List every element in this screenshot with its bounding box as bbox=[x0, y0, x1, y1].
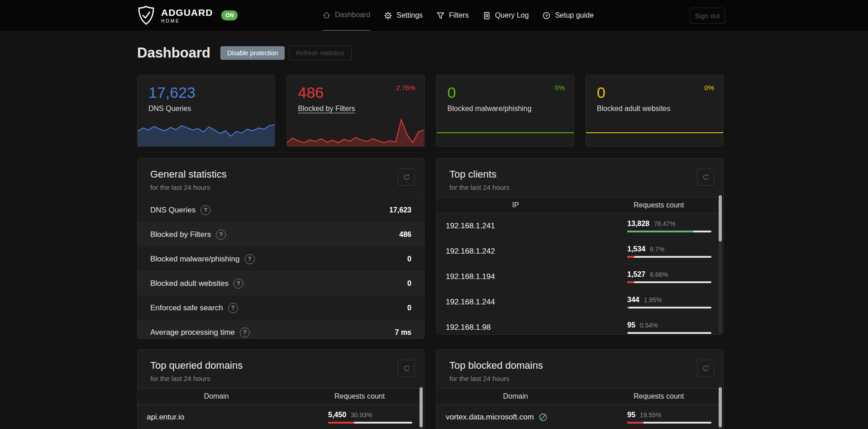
filter-funnel-icon bbox=[436, 11, 445, 20]
stat-label: DNS Queries bbox=[148, 105, 264, 113]
table-row: 192.168.1.242 1,534 8.7% bbox=[437, 239, 723, 264]
card-subtitle: for the last 24 hours bbox=[449, 183, 711, 191]
home-icon bbox=[322, 11, 331, 19]
brand-subtitle: HOME bbox=[161, 19, 213, 24]
refresh-icon bbox=[402, 173, 411, 182]
main-nav: Dashboard Settings Filters Qu bbox=[322, 0, 594, 31]
client-ip[interactable]: 192.168.1.241 bbox=[446, 222, 495, 231]
card-subtitle: for the last 24 hours bbox=[150, 183, 411, 191]
refresh-card-button[interactable] bbox=[697, 360, 714, 377]
refresh-card-button[interactable] bbox=[697, 169, 714, 186]
nav-item-setup-guide[interactable]: ? Setup guide bbox=[542, 0, 593, 31]
client-ip[interactable]: 192.168.1.194 bbox=[446, 272, 495, 281]
client-ip[interactable]: 192.168.1.98 bbox=[446, 323, 491, 332]
domain-name[interactable]: vortex.data.microsoft.com bbox=[446, 413, 534, 422]
progress-bar bbox=[627, 307, 711, 308]
stats-row: DNS Queries ? 17,623 bbox=[138, 198, 424, 222]
stats-row-value: 0 bbox=[407, 304, 411, 312]
stat-label-link[interactable]: Blocked by Filters bbox=[298, 105, 413, 113]
stats-row: Enforced safe search ? 0 bbox=[138, 295, 424, 320]
table-row: 192.168.1.98 95 0.54% bbox=[437, 315, 723, 335]
column-header-requests: Requests count bbox=[594, 201, 723, 209]
stat-percent: 2.76% bbox=[396, 84, 415, 92]
nav-item-dashboard[interactable]: Dashboard bbox=[322, 0, 370, 31]
stats-row-label: Enforced safe search bbox=[150, 304, 223, 313]
top-blocked-domains-card: Top blocked domains for the last 24 hour… bbox=[436, 349, 724, 429]
card-subtitle: for the last 24 hours bbox=[150, 375, 411, 382]
scrollbar-thumb[interactable] bbox=[719, 387, 722, 427]
table-row: api.entur.io 5,450 30.93% bbox=[138, 405, 424, 429]
help-icon[interactable]: ? bbox=[245, 254, 255, 264]
refresh-card-button[interactable] bbox=[398, 360, 415, 377]
refresh-icon bbox=[701, 173, 710, 182]
stat-card-dns-queries: 17,623 DNS Queries bbox=[137, 75, 275, 147]
column-header-domain: Domain bbox=[138, 392, 295, 400]
page-title: Dashboard bbox=[137, 45, 210, 61]
stat-value: 0 bbox=[597, 84, 712, 101]
stats-row-label: Average processing time bbox=[150, 328, 235, 337]
progress-bar bbox=[627, 256, 711, 258]
help-icon[interactable]: ? bbox=[200, 205, 210, 215]
sparkline-chart bbox=[138, 116, 275, 146]
scrollbar-thumb[interactable] bbox=[719, 195, 722, 241]
client-ip[interactable]: 192.168.1.244 bbox=[446, 298, 495, 307]
document-icon bbox=[482, 11, 491, 20]
stats-row: Blocked malware/phishing ? 0 bbox=[138, 246, 424, 271]
top-queried-rows: api.entur.io 5,450 30.93% bbox=[138, 405, 424, 429]
request-percent: 19.55% bbox=[640, 411, 661, 419]
table-row: 192.168.1.244 344 1.95% bbox=[437, 289, 723, 315]
stat-percent: 0% bbox=[704, 84, 714, 92]
help-icon[interactable]: ? bbox=[234, 279, 243, 289]
progress-bar bbox=[627, 422, 711, 424]
top-blocked-rows: vortex.data.microsoft.com 95 19.55% bbox=[437, 405, 723, 429]
refresh-card-button[interactable] bbox=[398, 169, 415, 186]
stats-row: Average processing time ? 7 ms bbox=[138, 320, 424, 339]
progress-bar bbox=[328, 422, 412, 424]
progress-bar bbox=[627, 332, 711, 334]
page-header: Dashboard Disable protection Refresh sta… bbox=[137, 45, 352, 61]
card-title: Top blocked domains bbox=[449, 360, 711, 371]
protection-status-badge: ON bbox=[221, 10, 238, 20]
disable-protection-button[interactable]: Disable protection bbox=[220, 46, 285, 60]
stats-row: Blocked by Filters ? 486 bbox=[138, 222, 424, 246]
help-icon[interactable]: ? bbox=[240, 328, 250, 337]
progress-bar bbox=[627, 231, 711, 232]
nav-label: Settings bbox=[396, 11, 423, 19]
sparkline-chart bbox=[437, 116, 574, 146]
top-clients-card: Top clients for the last 24 hours IP Req… bbox=[436, 158, 724, 335]
request-count: 95 bbox=[627, 411, 635, 419]
nav-label: Filters bbox=[449, 11, 469, 19]
adguard-shield-icon bbox=[137, 5, 155, 25]
general-statistics-card: General statistics for the last 24 hours… bbox=[137, 158, 424, 339]
request-count: 5,450 bbox=[328, 411, 346, 419]
refresh-icon bbox=[402, 364, 411, 373]
request-percent: 30.93% bbox=[351, 411, 372, 419]
help-icon[interactable]: ? bbox=[228, 303, 238, 313]
column-header-domain: Domain bbox=[437, 392, 594, 400]
nav-label: Setup guide bbox=[555, 11, 593, 19]
table-row: vortex.data.microsoft.com 95 19.55% bbox=[437, 405, 723, 429]
column-header-ip: IP bbox=[437, 201, 594, 209]
domain-name[interactable]: api.entur.io bbox=[147, 413, 184, 422]
client-ip[interactable]: 192.168.1.242 bbox=[446, 247, 495, 256]
stats-row-label: Blocked malware/phishing bbox=[150, 255, 240, 264]
stat-card-blocked-filters: 486 Blocked by Filters 2.76% bbox=[286, 75, 424, 147]
nav-item-settings[interactable]: Settings bbox=[384, 0, 423, 31]
request-count: 13,828 bbox=[627, 220, 649, 228]
sign-out-button[interactable]: Sign out bbox=[690, 8, 725, 24]
stat-value: 0 bbox=[448, 84, 563, 101]
scrollbar-thumb[interactable] bbox=[420, 387, 423, 427]
request-percent: 0.54% bbox=[640, 322, 658, 329]
refresh-statistics-button[interactable]: Refresh statistics bbox=[289, 46, 352, 60]
request-count: 344 bbox=[627, 296, 639, 304]
nav-label: Dashboard bbox=[335, 11, 370, 19]
column-header-requests: Requests count bbox=[295, 392, 424, 400]
nav-item-filters[interactable]: Filters bbox=[436, 0, 469, 31]
request-percent: 78.47% bbox=[654, 220, 675, 227]
stat-percent: 0% bbox=[555, 84, 565, 92]
help-icon[interactable]: ? bbox=[216, 230, 226, 240]
nav-item-query-log[interactable]: Query Log bbox=[482, 0, 529, 31]
card-title: Top clients bbox=[449, 169, 711, 180]
gear-icon bbox=[384, 11, 392, 20]
table-row: 192.168.1.241 13,828 78.47% bbox=[437, 213, 723, 239]
